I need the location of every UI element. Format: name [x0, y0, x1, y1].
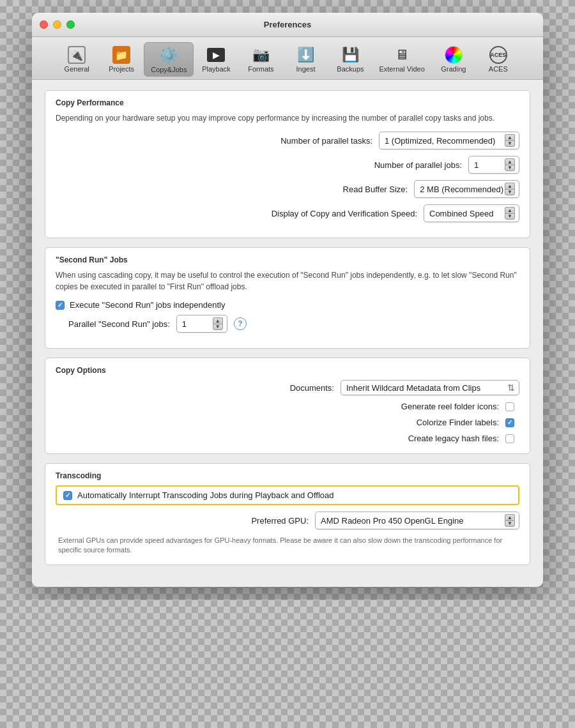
- formats-icon: 📷: [250, 45, 271, 65]
- grading-icon: [443, 45, 464, 65]
- playback-icon: ▶: [206, 45, 226, 65]
- parallel-jobs-row: Number of parallel jobs: 1 ▲ ▼: [56, 156, 519, 174]
- reel-folder-checkbox[interactable]: [505, 402, 514, 411]
- toolbar-label-formats: Formats: [248, 65, 273, 73]
- display-speed-label: Display of Copy and Verification Speed:: [272, 209, 417, 218]
- display-speed-up[interactable]: ▲: [505, 207, 515, 213]
- toolbar-item-backups[interactable]: 💾 Backups: [328, 42, 372, 77]
- toolbar-label-general: General: [65, 65, 89, 73]
- read-buffer-row: Read Buffer Size: 2 MB (Recommended) ▲ ▼: [56, 180, 519, 198]
- colorize-finder-row: Colorize Finder labels:: [56, 418, 519, 427]
- toolbar: 🔌 General 📁 Projects ⚙️ Copy&Jobs ▶: [32, 37, 543, 80]
- display-speed-stepper[interactable]: ▲ ▼: [505, 207, 515, 220]
- parallel-secondrun-down[interactable]: ▼: [213, 324, 223, 330]
- preferred-gpu-up[interactable]: ▲: [505, 514, 515, 520]
- window-title: Preferences: [264, 20, 311, 29]
- parallel-jobs-up[interactable]: ▲: [505, 158, 515, 165]
- parallel-tasks-value: 1 (Optimized, Recommended): [385, 136, 495, 146]
- parallel-tasks-label: Number of parallel tasks:: [280, 136, 372, 146]
- toolbar-item-projects[interactable]: 📁 Projects: [99, 42, 144, 77]
- preferred-gpu-down[interactable]: ▼: [505, 520, 515, 527]
- parallel-tasks-up[interactable]: ▲: [505, 134, 515, 140]
- execute-independently-checkbox[interactable]: [56, 301, 65, 310]
- projects-icon: 📁: [111, 45, 132, 65]
- parallel-secondrun-select[interactable]: 1 ▲ ▼: [176, 315, 227, 333]
- display-speed-down[interactable]: ▼: [505, 213, 515, 220]
- read-buffer-up[interactable]: ▲: [505, 183, 515, 189]
- toolbar-item-ingest[interactable]: ⬇️ Ingest: [283, 42, 328, 77]
- read-buffer-value: 2 MB (Recommended): [420, 185, 503, 194]
- parallel-tasks-stepper[interactable]: ▲ ▼: [505, 134, 515, 147]
- parallel-secondrun-row: Parallel "Second Run" jobs: 1 ▲ ▼ ?: [56, 315, 519, 333]
- transcoding-title: Transcoding: [56, 471, 519, 480]
- preferred-gpu-label: Preferred GPU:: [251, 516, 309, 526]
- toolbar-item-aces[interactable]: ACES ACES: [476, 42, 521, 77]
- parallel-secondrun-up[interactable]: ▲: [213, 317, 223, 324]
- auto-interrupt-row: Automatically Interrupt Transcoding Jobs…: [56, 485, 519, 505]
- display-speed-value: Combined Speed: [429, 209, 493, 218]
- toolbar-label-externalvideo: External Video: [379, 65, 424, 73]
- reel-folder-row: Generate reel folder icons:: [56, 402, 519, 411]
- documents-row: Documents: Inherit Wildcard Metadata fro…: [56, 380, 519, 395]
- auto-interrupt-label: Automatically Interrupt Transcoding Jobs…: [77, 490, 334, 500]
- help-icon[interactable]: ?: [234, 317, 247, 330]
- parallel-jobs-select[interactable]: 1 ▲ ▼: [468, 156, 519, 174]
- copyjobs-icon: ⚙️: [158, 45, 179, 66]
- display-speed-select[interactable]: Combined Speed ▲ ▼: [424, 204, 519, 222]
- legacy-hash-checkbox[interactable]: [505, 434, 514, 443]
- parallel-jobs-down[interactable]: ▼: [505, 165, 515, 171]
- read-buffer-label: Read Buffer Size:: [343, 185, 408, 194]
- gpu-description: External GPUs can provide speed advantag…: [56, 536, 519, 556]
- preferred-gpu-row: Preferred GPU: AMD Radeon Pro 450 OpenGL…: [56, 512, 519, 529]
- parallel-secondrun-label: Parallel "Second Run" jobs:: [68, 319, 170, 329]
- general-icon: 🔌: [66, 45, 87, 65]
- preferred-gpu-select[interactable]: AMD Radeon Pro 450 OpenGL Engine ▲ ▼: [315, 512, 519, 529]
- legacy-hash-row: Create legacy hash files:: [56, 434, 519, 443]
- externalvideo-icon: 🖥: [392, 45, 412, 65]
- toolbar-label-aces: ACES: [489, 65, 508, 73]
- documents-label: Documents:: [290, 383, 334, 393]
- transcoding-section: Transcoding Automatically Interrupt Tran…: [45, 463, 530, 565]
- legacy-hash-label: Create legacy hash files:: [408, 434, 499, 443]
- parallel-jobs-stepper[interactable]: ▲ ▼: [505, 158, 515, 171]
- copy-performance-desc: Depending on your hardware setup you may…: [56, 112, 519, 124]
- maximize-button[interactable]: [66, 20, 75, 29]
- parallel-tasks-row: Number of parallel tasks: 1 (Optimized, …: [56, 132, 519, 149]
- minimize-button[interactable]: [53, 20, 61, 29]
- execute-independently-row: Execute "Second Run" jobs independently: [56, 300, 519, 310]
- read-buffer-stepper[interactable]: ▲ ▼: [505, 183, 515, 195]
- second-run-section: "Second Run" Jobs When using cascading c…: [45, 247, 530, 349]
- parallel-jobs-value: 1: [474, 160, 479, 170]
- toolbar-item-general[interactable]: 🔌 General: [54, 42, 99, 77]
- close-button[interactable]: [40, 20, 48, 29]
- read-buffer-down[interactable]: ▼: [505, 189, 515, 195]
- preferences-window: Preferences 🔌 General 📁 Projects ⚙️ Copy…: [32, 13, 543, 587]
- parallel-jobs-label: Number of parallel jobs:: [374, 160, 462, 170]
- copy-options-section: Copy Options Documents: Inherit Wildcard…: [45, 358, 530, 454]
- read-buffer-select[interactable]: 2 MB (Recommended) ▲ ▼: [414, 180, 519, 198]
- toolbar-item-grading[interactable]: Grading: [431, 42, 476, 77]
- parallel-secondrun-stepper[interactable]: ▲ ▼: [213, 317, 223, 330]
- title-bar: Preferences: [32, 13, 543, 37]
- toolbar-item-formats[interactable]: 📷 Formats: [238, 42, 283, 77]
- display-speed-row: Display of Copy and Verification Speed: …: [56, 204, 519, 222]
- copy-performance-section: Copy Performance Depending on your hardw…: [45, 90, 530, 238]
- parallel-secondrun-value: 1: [182, 319, 187, 329]
- toolbar-label-backups: Backups: [337, 65, 364, 73]
- documents-select[interactable]: Inherit Wildcard Metadata from Clips ⇅: [341, 380, 519, 395]
- second-run-title: "Second Run" Jobs: [56, 255, 519, 264]
- execute-independently-label: Execute "Second Run" jobs independently: [70, 300, 225, 310]
- parallel-tasks-select[interactable]: 1 (Optimized, Recommended) ▲ ▼: [379, 132, 519, 149]
- toolbar-item-copyjobs[interactable]: ⚙️ Copy&Jobs: [144, 42, 194, 77]
- colorize-finder-checkbox[interactable]: [505, 418, 514, 427]
- copy-options-title: Copy Options: [56, 366, 519, 375]
- toolbar-label-copyjobs: Copy&Jobs: [151, 66, 187, 73]
- toolbar-item-playback[interactable]: ▶ Playback: [194, 42, 238, 77]
- aces-icon: ACES: [488, 45, 509, 65]
- window-controls: [40, 20, 75, 29]
- preferred-gpu-stepper[interactable]: ▲ ▼: [505, 514, 515, 527]
- toolbar-label-playback: Playback: [202, 65, 231, 73]
- parallel-tasks-down[interactable]: ▼: [505, 140, 515, 147]
- auto-interrupt-checkbox[interactable]: [63, 491, 72, 500]
- toolbar-item-externalvideo[interactable]: 🖥 External Video: [372, 42, 431, 77]
